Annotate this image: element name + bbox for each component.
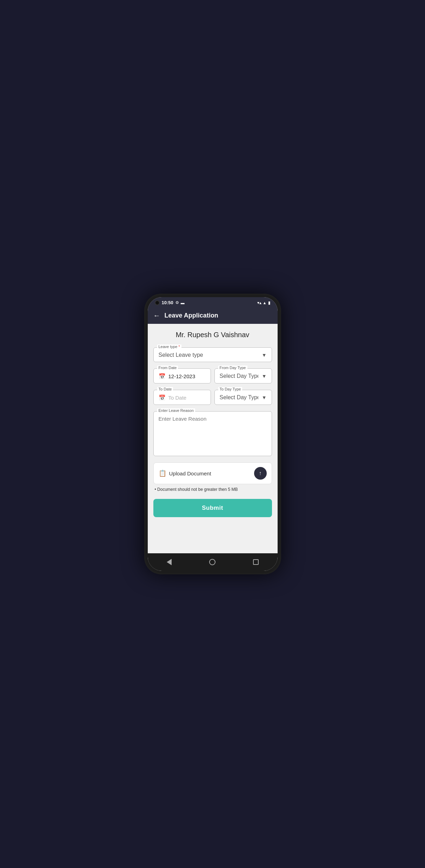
to-date-field: To Date 📅 To Date [153,390,211,405]
wifi-icon: ▾▴ [257,300,261,305]
recent-nav-button[interactable] [251,557,260,567]
upload-arrow-icon: ↑ [259,470,262,476]
from-date-field: From Date 📅 12-12-2023 [153,368,211,383]
to-day-type-field: To Day Type Select Day Type ▼ [214,390,272,405]
to-row: To Date 📅 To Date To Day Type Select Day… [153,390,272,405]
recent-nav-icon [253,559,259,565]
leave-type-select[interactable]: Select Leave type [159,352,267,358]
to-day-type-label: To Day Type [218,387,243,391]
submit-button[interactable]: Submit [153,499,272,517]
home-nav-icon [209,559,215,565]
status-icon-1: ⊙ [175,300,179,305]
upload-document-icon: 📋 [159,469,166,477]
battery-icon: ▮ [268,300,271,305]
back-button[interactable]: ← [153,312,160,320]
camera [155,300,160,305]
time: 10:50 [162,300,173,305]
signal-icon: ▲ [263,301,267,305]
page-title: Leave Application [165,312,218,319]
back-nav-button[interactable] [165,557,174,567]
calendar-icon-to: 📅 [159,394,166,401]
from-row: From Date 📅 12-12-2023 From Day Type Sel… [153,368,272,383]
from-day-type-label: From Day Type [218,366,247,370]
to-date-placeholder: To Date [168,395,187,401]
home-nav-button[interactable] [208,557,217,567]
from-date-value: 12-12-2023 [168,373,195,379]
leave-reason-field: Enter Leave Reason [153,411,272,456]
employee-name: Mr. Rupesh G Vaishnav [153,331,272,339]
leave-type-label: Leave type * [157,345,181,349]
to-date-label: To Date [157,387,173,391]
app-bar: ← Leave Application [148,307,278,324]
calendar-icon-from: 📅 [159,373,166,380]
upload-document-area: 📋 Upload Document ↑ [153,462,272,484]
to-day-type-select[interactable]: Select Day Type [220,394,267,400]
to-date-input[interactable]: 📅 To Date [159,394,206,401]
bottom-navigation [148,553,278,571]
leave-type-field: Leave type * Select Leave type ▼ [153,347,272,362]
doc-note: • Document should not be greater then 5 … [153,487,272,492]
status-icon-2: ▬ [181,301,185,305]
upload-document-label: Upload Document [169,470,211,476]
upload-button[interactable]: ↑ [254,467,267,480]
from-date-input[interactable]: 📅 12-12-2023 [159,373,206,380]
leave-reason-input[interactable] [159,416,267,451]
leave-reason-label: Enter Leave Reason [157,408,195,413]
from-day-type-field: From Day Type Select Day Type ▼ [214,368,272,383]
from-day-type-select[interactable]: Select Day Type [220,373,267,379]
form-content: Mr. Rupesh G Vaishnav Leave type * Selec… [148,324,278,553]
from-date-label: From Date [157,366,178,370]
back-nav-icon [167,559,172,565]
status-bar: 10:50 ⊙ ▬ ▾▴ ▲ ▮ [148,297,278,307]
